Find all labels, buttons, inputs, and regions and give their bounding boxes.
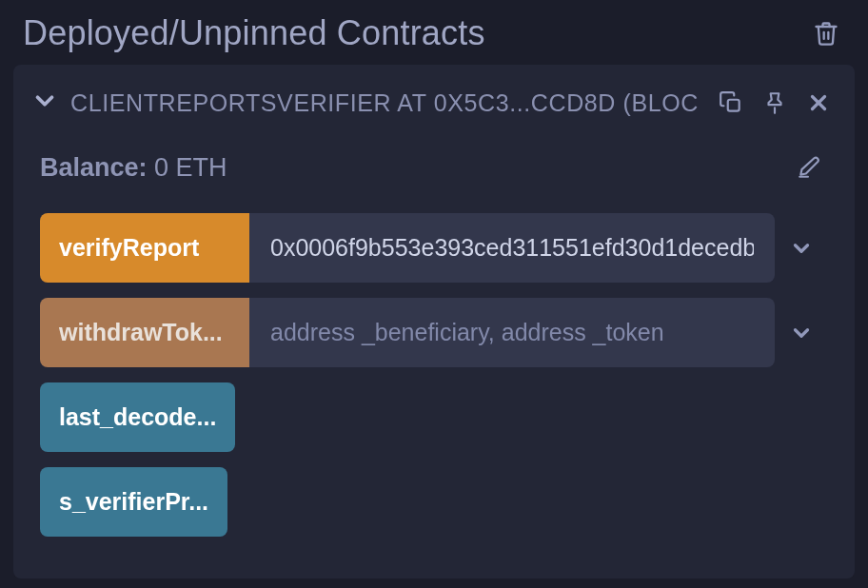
panel-header: Deployed/Unpinned Contracts <box>13 10 855 65</box>
chevron-down-icon[interactable] <box>30 87 59 119</box>
trash-icon[interactable] <box>807 14 845 52</box>
last_decoded-button[interactable]: last_decode... <box>40 382 235 452</box>
fn-row-last_decoded: last_decode... <box>40 382 828 452</box>
balance-value: 0 ETH <box>148 153 227 182</box>
fn-row-withdrawToken: withdrawTok... <box>40 298 828 367</box>
balance-text: Balance: 0 ETH <box>40 153 227 183</box>
contract-header-actions <box>712 84 838 122</box>
fn-row-s_verifierProxy: s_verifierPr... <box>40 467 828 537</box>
expand-verifyReport-icon[interactable] <box>775 213 828 283</box>
contract-title: CLIENTREPORTSVERIFIER AT 0X5C3...CCD8D (… <box>70 89 700 117</box>
contract-body: Balance: 0 ETH verifyReport <box>13 148 855 578</box>
expand-withdrawToken-icon[interactable] <box>775 298 828 367</box>
svg-rect-0 <box>728 100 740 111</box>
withdrawToken-input[interactable] <box>249 298 775 367</box>
edit-icon[interactable] <box>790 148 828 186</box>
contract-header: CLIENTREPORTSVERIFIER AT 0X5C3...CCD8D (… <box>13 65 855 141</box>
close-icon[interactable] <box>799 84 838 122</box>
fn-row-verifyReport: verifyReport <box>40 213 828 283</box>
balance-row: Balance: 0 ETH <box>40 148 828 186</box>
contract-card: CLIENTREPORTSVERIFIER AT 0X5C3...CCD8D (… <box>13 65 855 578</box>
panel-title: Deployed/Unpinned Contracts <box>23 13 485 53</box>
balance-label: Balance: <box>40 153 148 182</box>
deployed-contracts-panel: Deployed/Unpinned Contracts CLIENTREPORT… <box>0 0 868 588</box>
pin-icon[interactable] <box>756 84 794 122</box>
copy-icon[interactable] <box>712 84 750 122</box>
verifyReport-input[interactable] <box>249 213 775 283</box>
verifyReport-button[interactable]: verifyReport <box>40 213 249 283</box>
withdrawToken-button[interactable]: withdrawTok... <box>40 298 249 367</box>
s_verifierProxy-button[interactable]: s_verifierPr... <box>40 467 227 537</box>
